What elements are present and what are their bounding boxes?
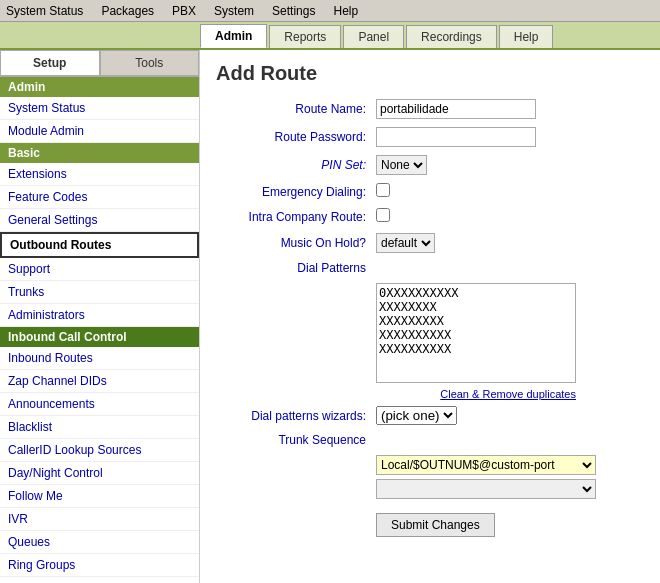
music-on-hold-select[interactable]: default bbox=[376, 233, 435, 253]
submit-button[interactable]: Submit Changes bbox=[376, 513, 495, 537]
sidebar-tab-setup[interactable]: Setup bbox=[0, 50, 100, 76]
pin-set-label: PIN Set: bbox=[216, 158, 376, 172]
tab-bar: Admin Reports Panel Recordings Help bbox=[0, 22, 660, 50]
intra-company-checkbox[interactable] bbox=[376, 208, 390, 222]
emergency-dialing-label: Emergency Dialing: bbox=[216, 185, 376, 199]
route-name-input[interactable] bbox=[376, 99, 536, 119]
trunk-sequence-label: Trunk Sequence bbox=[216, 433, 376, 447]
music-on-hold-control: default bbox=[376, 233, 644, 253]
tab-panel[interactable]: Panel bbox=[343, 25, 404, 48]
music-on-hold-row: Music On Hold? default bbox=[216, 233, 644, 253]
sidebar-item-module-admin[interactable]: Module Admin bbox=[0, 120, 199, 143]
dial-patterns-textarea[interactable]: 0XXXXXXXXXX XXXXXXXX XXXXXXXXX XXXXXXXXX… bbox=[376, 283, 576, 383]
dial-patterns-wizard-label: Dial patterns wizards: bbox=[216, 409, 376, 423]
emergency-dialing-checkbox[interactable] bbox=[376, 183, 390, 197]
intra-company-row: Intra Company Route: bbox=[216, 208, 644, 225]
dial-patterns-header-row: Dial Patterns bbox=[216, 261, 644, 275]
tab-recordings[interactable]: Recordings bbox=[406, 25, 497, 48]
sidebar-group-admin: Admin bbox=[0, 77, 199, 97]
dial-patterns-area: 0XXXXXXXXXX XXXXXXXX XXXXXXXXX XXXXXXXXX… bbox=[376, 283, 644, 400]
sidebar: Setup Tools Admin System Status Module A… bbox=[0, 50, 200, 583]
intra-company-label: Intra Company Route: bbox=[216, 210, 376, 224]
tab-help[interactable]: Help bbox=[499, 25, 554, 48]
pin-set-select[interactable]: None bbox=[376, 155, 427, 175]
sidebar-item-extensions[interactable]: Extensions bbox=[0, 163, 199, 186]
menu-settings[interactable]: Settings bbox=[272, 4, 315, 18]
sidebar-item-blacklist[interactable]: Blacklist bbox=[0, 416, 199, 439]
sidebar-item-feature-codes[interactable]: Feature Codes bbox=[0, 186, 199, 209]
sidebar-section-tabs: Setup Tools bbox=[0, 50, 199, 77]
sidebar-item-time-conditions[interactable]: Time Conditions bbox=[0, 577, 199, 583]
pin-set-control: None bbox=[376, 155, 644, 175]
clean-remove-link[interactable]: Clean & Remove duplicates bbox=[376, 388, 576, 400]
tab-reports[interactable]: Reports bbox=[269, 25, 341, 48]
sidebar-item-follow-me[interactable]: Follow Me bbox=[0, 485, 199, 508]
emergency-dialing-row: Emergency Dialing: bbox=[216, 183, 644, 200]
sidebar-group-basic: Basic bbox=[0, 143, 199, 163]
tab-admin[interactable]: Admin bbox=[200, 24, 267, 48]
content-area: Add Route Route Name: Route Password: PI… bbox=[200, 50, 660, 583]
route-name-control bbox=[376, 99, 644, 119]
dial-patterns-wizard-row: Dial patterns wizards: (pick one) bbox=[216, 406, 644, 425]
menu-pbx[interactable]: PBX bbox=[172, 4, 196, 18]
dial-patterns-wizard-select[interactable]: (pick one) bbox=[376, 406, 457, 425]
submit-area: Submit Changes bbox=[376, 513, 644, 537]
trunk-sequence-select-1[interactable]: Local/$OUTNUM$@custom-port bbox=[376, 455, 596, 475]
sidebar-item-ivr[interactable]: IVR bbox=[0, 508, 199, 531]
sidebar-item-announcements[interactable]: Announcements bbox=[0, 393, 199, 416]
sidebar-item-zap-channel-dids[interactable]: Zap Channel DIDs bbox=[0, 370, 199, 393]
trunk-sequence-select-2[interactable] bbox=[376, 479, 596, 499]
sidebar-group-inbound-call-control: Inbound Call Control bbox=[0, 327, 199, 347]
sidebar-item-outbound-routes[interactable]: Outbound Routes bbox=[0, 232, 199, 258]
main-layout: Setup Tools Admin System Status Module A… bbox=[0, 50, 660, 583]
menu-packages[interactable]: Packages bbox=[101, 4, 154, 18]
pin-set-row: PIN Set: None bbox=[216, 155, 644, 175]
sidebar-item-trunks[interactable]: Trunks bbox=[0, 281, 199, 304]
route-password-input[interactable] bbox=[376, 127, 536, 147]
top-menubar: System Status Packages PBX System Settin… bbox=[0, 0, 660, 22]
trunk-sequence-row: Trunk Sequence bbox=[216, 433, 644, 447]
sidebar-tab-tools[interactable]: Tools bbox=[100, 50, 200, 76]
sidebar-item-system-status[interactable]: System Status bbox=[0, 97, 199, 120]
route-name-row: Route Name: bbox=[216, 99, 644, 119]
sidebar-item-support[interactable]: Support bbox=[0, 258, 199, 281]
menu-help[interactable]: Help bbox=[333, 4, 358, 18]
trunk-sequence-area: Local/$OUTNUM$@custom-port bbox=[376, 455, 644, 499]
route-password-label: Route Password: bbox=[216, 130, 376, 144]
dial-patterns-label: Dial Patterns bbox=[216, 261, 376, 275]
route-password-row: Route Password: bbox=[216, 127, 644, 147]
emergency-dialing-control bbox=[376, 183, 644, 200]
sidebar-item-day-night-control[interactable]: Day/Night Control bbox=[0, 462, 199, 485]
intra-company-control bbox=[376, 208, 644, 225]
sidebar-item-callerid-lookup-sources[interactable]: CallerID Lookup Sources bbox=[0, 439, 199, 462]
sidebar-item-administrators[interactable]: Administrators bbox=[0, 304, 199, 327]
sidebar-item-queues[interactable]: Queues bbox=[0, 531, 199, 554]
route-password-control bbox=[376, 127, 644, 147]
menu-system[interactable]: System bbox=[214, 4, 254, 18]
page-title: Add Route bbox=[216, 62, 644, 85]
sidebar-item-general-settings[interactable]: General Settings bbox=[0, 209, 199, 232]
route-name-label: Route Name: bbox=[216, 102, 376, 116]
music-on-hold-label: Music On Hold? bbox=[216, 236, 376, 250]
sidebar-item-ring-groups[interactable]: Ring Groups bbox=[0, 554, 199, 577]
menu-system-status[interactable]: System Status bbox=[6, 4, 83, 18]
sidebar-item-inbound-routes[interactable]: Inbound Routes bbox=[0, 347, 199, 370]
